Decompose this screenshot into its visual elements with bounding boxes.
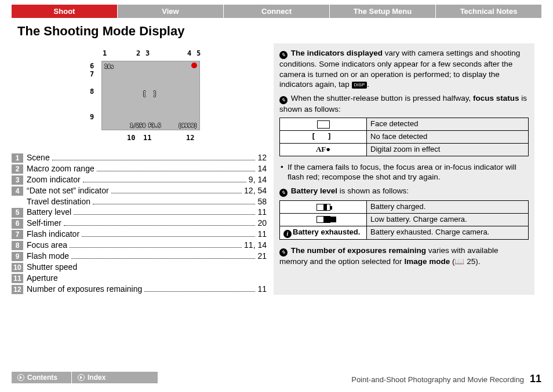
- aperture-readout: F3.5: [148, 123, 161, 129]
- rec-indicator-icon: [191, 63, 197, 68]
- callout-7: 7: [90, 70, 94, 78]
- page-number: 11: [530, 373, 541, 384]
- list-item: 12Number of exposures remaining11: [12, 284, 267, 295]
- callout-5: 5: [197, 49, 201, 57]
- list-label: Travel destination: [27, 196, 90, 207]
- list-number: 1: [12, 153, 23, 163]
- list-item: 5Battery level11: [12, 207, 267, 218]
- table-row: iBattery exhausted.Battery exhausted. Ch…: [280, 226, 529, 239]
- list-label: Flash indicator: [27, 229, 79, 240]
- callout-6: 6: [90, 62, 94, 70]
- pencil-icon: ✎: [279, 96, 288, 104]
- pencil-icon: ✎: [279, 189, 288, 197]
- list-number: 9: [12, 252, 23, 261]
- indicator-list: 1Scene122Macro zoom range143Zoom indicat…: [12, 152, 267, 295]
- list-page: 21: [257, 251, 267, 262]
- list-label: Scene: [27, 152, 50, 163]
- af-dot-icon: AF●: [316, 145, 330, 153]
- book-icon: 📖: [454, 257, 464, 266]
- note-battery: ✎ Battery level is shown as follows:: [279, 186, 529, 197]
- list-number: 4: [12, 186, 23, 196]
- list-item: 1Scene12: [12, 152, 267, 163]
- list-label: Flash mode: [27, 251, 69, 262]
- list-item: 0Travel destination58: [12, 196, 267, 207]
- shutter-readout: 1/250: [130, 123, 145, 129]
- list-label: Aperture: [27, 273, 58, 284]
- list-item: 7Flash indicator11: [12, 229, 267, 240]
- face-rect-icon: [317, 120, 330, 129]
- page-title: The Shooting Mode Display: [17, 24, 553, 39]
- table-row: AF●Digital zoom in effect: [280, 143, 529, 156]
- tab-connect[interactable]: Connect: [223, 5, 329, 18]
- list-number: 3: [12, 175, 23, 185]
- footer: Contents Index Point-and-Shoot Photograp…: [0, 372, 553, 385]
- right-column: ✎ The indicators displayed vary with cam…: [274, 43, 534, 295]
- list-page: 11: [257, 207, 267, 218]
- battery-low-icon: [316, 216, 330, 223]
- callout-9: 9: [90, 113, 94, 121]
- list-page: 11, 14: [244, 240, 267, 251]
- list-label: Shutter speed: [27, 262, 77, 273]
- callout-3: 3: [145, 49, 150, 57]
- list-page: 58: [257, 196, 267, 207]
- list-item: 10Shutter speed: [12, 262, 267, 273]
- list-label: Battery level: [27, 207, 71, 218]
- timer-readout: 10s: [104, 64, 114, 69]
- table-row: [ ]No face detected: [280, 131, 529, 144]
- callout-11: 11: [143, 134, 151, 142]
- list-label: “Date not set” indicator: [27, 185, 109, 196]
- list-page: 12, 54: [244, 185, 267, 196]
- contents-button[interactable]: Contents: [12, 372, 72, 383]
- table-row: Battery charged.: [280, 200, 529, 213]
- focus-status-table: Face detected [ ]No face detected AF●Dig…: [279, 118, 529, 156]
- list-page: 11: [257, 229, 267, 240]
- note-focus: ✎ When the shutter-release button is pre…: [279, 93, 529, 115]
- focus-brackets: [ ]: [143, 90, 157, 97]
- index-button[interactable]: Index: [72, 372, 158, 383]
- display-diagram: 10s 1/250 F3.5 [9999] [ ] 1 2 3 4 5 6 7 …: [72, 43, 206, 148]
- list-item: 4“Date not set” indicator12, 54: [12, 185, 267, 196]
- list-label: Macro zoom range: [27, 163, 94, 174]
- tab-shoot[interactable]: Shoot: [12, 5, 117, 18]
- left-column: 10s 1/250 F3.5 [9999] [ ] 1 2 3 4 5 6 7 …: [12, 43, 267, 295]
- list-number: 12: [12, 285, 23, 294]
- list-number: 6: [12, 219, 23, 228]
- list-number: 10: [12, 263, 23, 272]
- list-page: 11: [257, 284, 267, 295]
- list-item: 2Macro zoom range14: [12, 163, 267, 174]
- table-row: Low battery. Charge camera.: [280, 213, 529, 226]
- callout-10: 10: [127, 134, 135, 142]
- note-exposures: ✎ The number of exposures remaining vari…: [279, 246, 529, 267]
- list-page: 9, 14: [249, 174, 267, 185]
- list-label: Number of exposures remaining: [27, 284, 142, 295]
- battery-exhausted-label: Battery exhausted.: [293, 228, 360, 236]
- list-label: Zoom indicator: [27, 174, 81, 185]
- list-item: 6Self-timer20: [12, 218, 267, 229]
- list-number: 7: [12, 230, 23, 239]
- top-tabs: Shoot View Connect The Setup Menu Techni…: [12, 5, 541, 18]
- tab-tech[interactable]: Technical Notes: [435, 5, 541, 18]
- battery-table: Battery charged. Low battery. Charge cam…: [279, 200, 529, 240]
- pencil-icon: ✎: [279, 248, 288, 257]
- note-indicators: ✎ The indicators displayed vary with cam…: [279, 48, 529, 90]
- table-row: Face detected: [280, 118, 529, 131]
- note-focus-fail: If the camera fails to focus, the focus …: [279, 162, 529, 182]
- callout-12: 12: [186, 134, 194, 142]
- arrow-icon: [78, 374, 85, 381]
- callout-2: 2: [136, 49, 140, 57]
- brackets-icon: [ ]: [311, 132, 335, 142]
- callout-8: 8: [90, 87, 94, 96]
- list-page: 14: [257, 163, 267, 174]
- arrow-icon: [17, 374, 24, 381]
- tab-setup[interactable]: The Setup Menu: [329, 5, 435, 18]
- callout-1: 1: [103, 49, 107, 57]
- list-number: 2: [12, 164, 23, 174]
- list-label: Self-timer: [27, 218, 61, 229]
- list-number: 5: [12, 208, 23, 217]
- list-item: 9Flash mode21: [12, 251, 267, 262]
- info-icon: i: [283, 230, 292, 238]
- pencil-icon: ✎: [279, 51, 288, 59]
- list-item: 8Focus area11, 14: [12, 240, 267, 251]
- tab-view[interactable]: View: [117, 5, 223, 18]
- list-label: Focus area: [27, 240, 67, 251]
